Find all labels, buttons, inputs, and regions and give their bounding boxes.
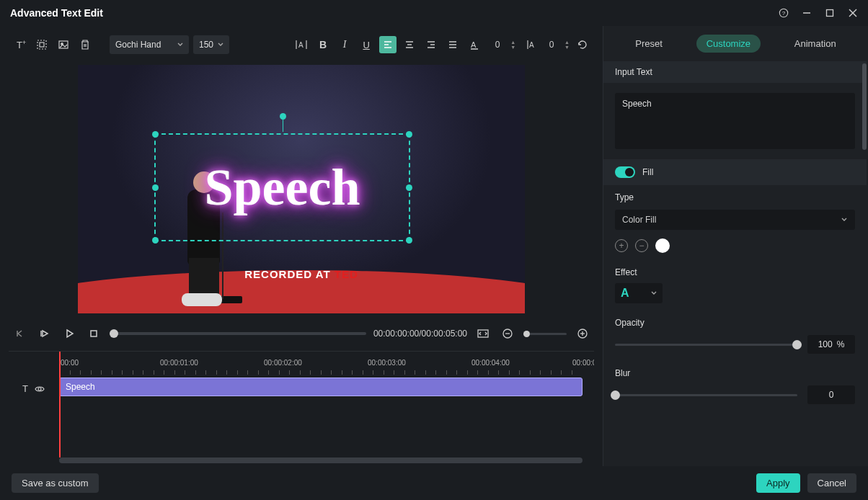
blur-label: Blur [615,368,855,378]
zoom-slider[interactable] [523,333,567,335]
tab-animation[interactable]: Animation [784,35,846,53]
char-spacing-icon[interactable]: A [293,36,310,53]
svg-text:?: ? [782,10,786,17]
playhead[interactable] [59,352,61,457]
timeline[interactable]: 00:00 00:00:01:00 00:00:02:00 00:00:03:0… [59,352,594,466]
blur-value[interactable]: 0 [807,385,855,404]
overlay-text[interactable]: Speech [205,158,360,218]
svg-rect-3 [827,10,833,17]
track-visibility-icon[interactable] [34,383,45,395]
svg-rect-8 [37,40,46,49]
align-justify-icon[interactable] [444,36,461,53]
timecode: 00:00:00:00/00:00:05:00 [373,329,467,339]
zoom-out-icon[interactable] [499,325,516,342]
preview-canvas[interactable]: RECORDED AT TED Speech [9,59,594,319]
refresh-icon[interactable] [574,36,591,53]
watermark: RECORDED AT TED [78,268,525,280]
window-title: Advanced Text Edit [10,7,103,19]
input-text-label: Input Text [603,61,867,83]
prev-frame-icon[interactable] [12,325,29,342]
apply-button[interactable]: Apply [756,473,800,493]
svg-rect-9 [40,43,44,47]
resize-handle[interactable] [406,184,412,191]
fill-type-dropdown[interactable]: Color Fill [615,210,855,230]
font-size-dropdown[interactable]: 150 [193,35,229,54]
panel-scrollbar[interactable] [862,63,867,150]
opacity-value[interactable]: 100% [807,335,855,354]
align-center-icon[interactable] [401,36,418,53]
select-icon[interactable] [33,36,50,53]
svg-text:+: + [22,39,26,46]
resize-handle[interactable] [406,131,412,138]
svg-text:A: A [471,40,477,49]
effect-dropdown[interactable]: A [615,283,663,303]
svg-text:A: A [529,41,534,49]
resize-handle[interactable] [152,237,159,244]
fill-label: Fill [642,167,653,177]
svg-rect-33 [91,331,97,336]
stop-icon[interactable] [85,325,102,342]
type-label: Type [615,192,855,202]
add-text-icon[interactable]: T+ [12,36,29,53]
color-swatch[interactable] [655,238,670,253]
svg-text:A: A [298,41,304,49]
align-right-icon[interactable] [422,36,440,53]
tab-preset[interactable]: Preset [625,35,673,53]
font-dropdown[interactable]: Gochi Hand [110,35,189,54]
opacity-slider[interactable] [615,344,797,346]
svg-text:T: T [17,40,22,50]
timeline-scrollbar[interactable] [59,457,583,463]
input-text-field[interactable]: Speech [615,93,855,149]
bold-icon[interactable]: B [314,36,332,53]
fill-toggle[interactable] [615,166,635,178]
minimize-icon[interactable] [802,8,812,18]
seek-slider[interactable] [110,332,366,335]
spacing-input-1[interactable]: 0▲▼ [487,40,515,50]
add-color-icon[interactable]: + [615,239,628,252]
blur-slider[interactable] [615,394,797,396]
help-icon[interactable]: ? [779,8,789,18]
line-height-icon[interactable]: A [520,36,537,53]
align-left-icon[interactable] [379,36,397,53]
resize-handle[interactable] [152,184,159,191]
timeline-clip[interactable]: Speech [59,378,583,396]
play-icon[interactable] [61,325,78,342]
italic-icon[interactable]: I [336,36,353,53]
spacing-input-2[interactable]: 0▲▼ [541,40,570,50]
text-toolbar: T+ Gochi Hand 150 A B I U A 0▲▼ A 0▲▼ [9,30,594,59]
maximize-icon[interactable] [825,8,835,18]
close-icon[interactable] [848,8,858,18]
zoom-in-icon[interactable] [574,325,591,342]
save-as-custom-button[interactable]: Save as custom [12,473,99,493]
image-icon[interactable] [55,36,72,53]
rotate-handle[interactable] [280,113,286,120]
cancel-button[interactable]: Cancel [807,473,856,493]
svg-point-40 [38,388,41,390]
opacity-label: Opacity [615,318,855,328]
text-color-icon[interactable]: A [466,36,483,53]
delete-icon[interactable] [76,36,94,53]
resize-handle[interactable] [152,131,159,138]
effect-label: Effect [615,267,855,277]
resize-handle[interactable] [406,237,412,244]
timeline-ruler[interactable]: 00:00 00:00:01:00 00:00:02:00 00:00:03:0… [59,352,594,376]
track-text-icon[interactable]: T [22,383,28,395]
text-bounding-box[interactable]: Speech [154,133,410,241]
play-loop-icon[interactable] [36,325,53,342]
fit-icon[interactable] [474,325,492,342]
underline-icon[interactable]: U [358,36,375,53]
remove-color-icon[interactable]: − [635,239,648,252]
tab-customize[interactable]: Customize [696,35,761,53]
